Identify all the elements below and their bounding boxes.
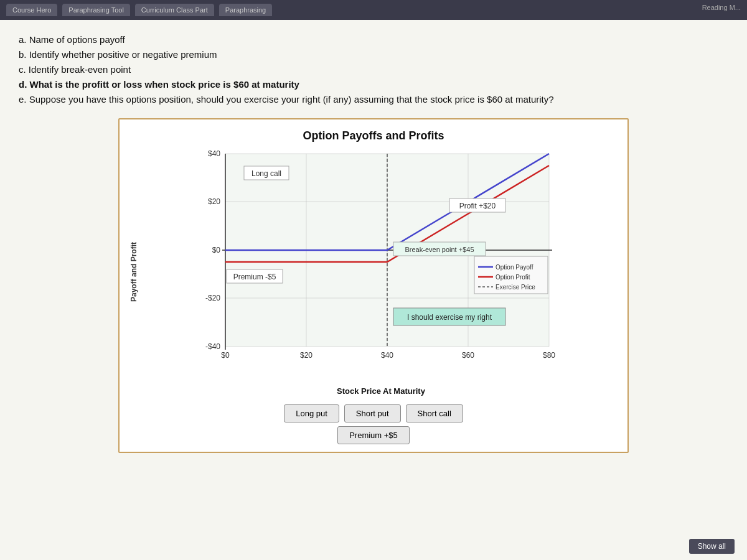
svg-text:$20: $20 [208, 197, 220, 206]
short-call-button[interactable]: Short call [406, 404, 463, 422]
svg-text:Option Payoff: Option Payoff [496, 264, 533, 271]
long-put-button[interactable]: Long put [284, 404, 339, 422]
tab-paraphrasing2[interactable]: Paraphrasing [219, 4, 272, 16]
svg-text:$0: $0 [221, 351, 230, 360]
chart-inner: $40 $20 $0 -$20 -$40 $0 $20 $40 $60 $80 [144, 147, 618, 396]
svg-text:$20: $20 [300, 351, 312, 360]
question-c: c. Identify break-even point [19, 62, 728, 77]
tab-paraphrasing[interactable]: Paraphrasing Tool [62, 4, 129, 16]
x-axis-label: Stock Price At Maturity [144, 386, 618, 396]
question-a: a. Name of options payoff [19, 32, 728, 47]
svg-text:Premium -$5: Premium -$5 [233, 273, 276, 281]
chart-area: Payoff and Profit [129, 147, 618, 396]
y-axis-label: Payoff and Profit [129, 147, 141, 396]
svg-text:$80: $80 [543, 351, 555, 360]
premium-plus-button[interactable]: Premium +$5 [337, 426, 410, 444]
chart-buttons-row2: Premium +$5 [129, 426, 618, 444]
svg-text:$40: $40 [208, 149, 220, 158]
question-e: e. Suppose you have this options positio… [19, 92, 728, 107]
short-put-button[interactable]: Short put [344, 404, 401, 422]
question-d: d. What is the profitt or loss when stoc… [19, 77, 728, 92]
svg-text:$60: $60 [462, 351, 474, 360]
svg-text:$40: $40 [381, 351, 393, 360]
show-all-button[interactable]: Show all [689, 539, 735, 554]
svg-text:Option Profit: Option Profit [496, 274, 530, 281]
tab-coursehero[interactable]: Course Hero [6, 4, 57, 16]
svg-text:I should exercise my right: I should exercise my right [407, 313, 492, 322]
chart-container: Option Payoffs and Profits Payoff and Pr… [118, 118, 629, 453]
questions-section: a. Name of options payoff b. Identify wh… [19, 32, 728, 107]
chart-svg-area: $40 $20 $0 -$20 -$40 $0 $20 $40 $60 $80 [144, 147, 618, 384]
svg-text:$0: $0 [212, 246, 221, 254]
svg-text:-$40: -$40 [205, 342, 220, 351]
svg-text:Break-even point +$45: Break-even point +$45 [405, 246, 474, 253]
svg-text:Exercise Price: Exercise Price [496, 284, 535, 291]
browser-bar: Course Hero Paraphrasing Tool Curriculum… [0, 0, 747, 20]
svg-text:Profit +$20: Profit +$20 [459, 202, 496, 210]
main-content: a. Name of options payoff b. Identify wh… [0, 20, 747, 560]
reading-mode-label: Reading M... [702, 4, 741, 11]
chart-title: Option Payoffs and Profits [129, 129, 618, 142]
svg-text:-$20: -$20 [205, 294, 220, 302]
chart-svg: $40 $20 $0 -$20 -$40 $0 $20 $40 $60 $80 [144, 147, 618, 384]
chart-buttons-row: Long put Short put Short call [129, 404, 618, 422]
question-b: b. Identify whether positive or negative… [19, 47, 728, 62]
tab-curriculum[interactable]: Curriculum Class Part [135, 4, 214, 16]
svg-text:Long call: Long call [251, 169, 281, 178]
